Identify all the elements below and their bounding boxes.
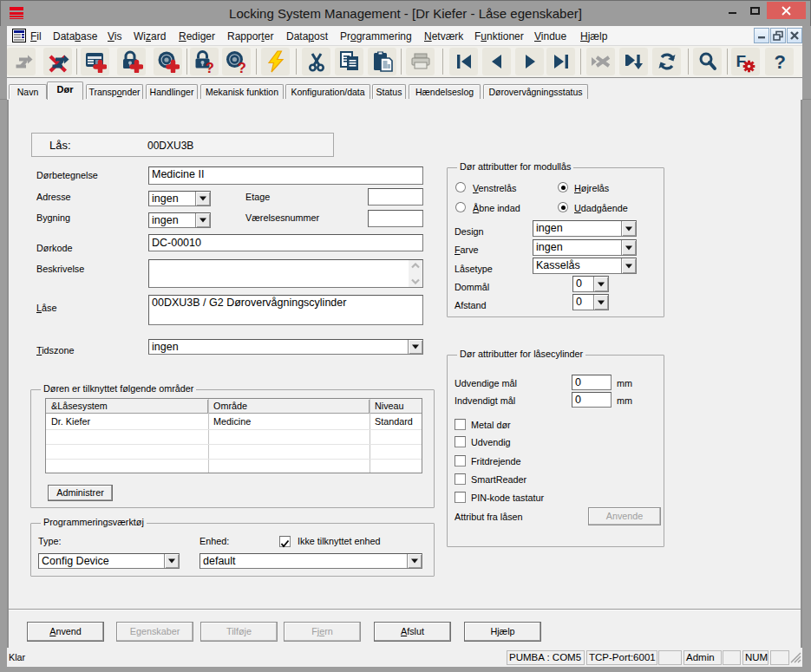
svg-text:?: ? [205,60,213,74]
svg-text:?: ? [237,60,245,74]
svg-text:?: ? [774,51,785,73]
